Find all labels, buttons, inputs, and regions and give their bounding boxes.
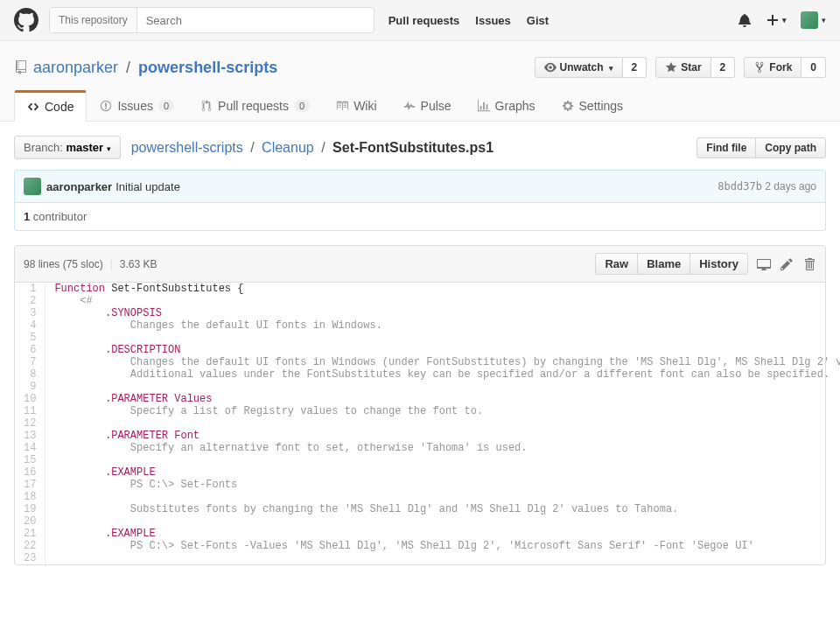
line-number[interactable]: 13 xyxy=(15,430,46,442)
line-number[interactable]: 9 xyxy=(15,381,46,393)
code-line: Substitutes fonts by changing the 'MS Sh… xyxy=(46,503,840,515)
repo-link[interactable]: powershell-scripts xyxy=(138,59,277,76)
user-menu[interactable]: ▾ xyxy=(801,11,826,29)
commit-author[interactable]: aaronparker xyxy=(46,180,112,193)
owner-link[interactable]: aaronparker xyxy=(33,59,118,76)
tab-issues[interactable]: Issues0 xyxy=(87,90,187,121)
code-line: Changes the default UI fonts in Windows. xyxy=(46,319,840,332)
line-number[interactable]: 21 xyxy=(15,528,46,540)
history-button[interactable]: History xyxy=(690,253,748,275)
create-new-menu[interactable]: ▾ xyxy=(766,13,787,27)
code-line: .PARAMETER Font xyxy=(46,430,840,442)
line-number[interactable]: 19 xyxy=(15,503,46,515)
star-icon xyxy=(665,61,677,74)
line-number[interactable]: 1 xyxy=(15,283,46,295)
commit-message[interactable]: Initial update xyxy=(116,180,180,193)
pulse-icon xyxy=(403,100,416,112)
trashcan-icon[interactable] xyxy=(802,257,816,271)
graph-icon xyxy=(478,100,490,112)
repo-icon xyxy=(14,60,28,74)
plus-icon xyxy=(766,13,780,27)
code-line: PS C:\> Set-Fonts xyxy=(46,479,840,491)
desktop-icon[interactable] xyxy=(757,257,771,271)
watchers-count[interactable]: 2 xyxy=(623,57,648,78)
tab-code[interactable]: Code xyxy=(14,90,87,122)
contributors-bar[interactable]: 1 contributor xyxy=(14,203,826,231)
line-number[interactable]: 2 xyxy=(15,295,46,307)
file-box: 98 lines (75 sloc) | 3.63 KB Raw Blame H… xyxy=(14,245,826,565)
raw-button[interactable]: Raw xyxy=(595,253,638,275)
line-number[interactable]: 4 xyxy=(15,319,46,332)
line-number[interactable]: 23 xyxy=(15,552,46,564)
find-file-button[interactable]: Find file xyxy=(696,137,756,158)
author-avatar[interactable] xyxy=(24,178,41,195)
branch-select[interactable]: Branch: master ▾ xyxy=(14,136,121,159)
eye-icon xyxy=(544,61,556,74)
watch-group: Unwatch 2 xyxy=(535,57,648,78)
code-line: Function Set-FontSubstitutes { xyxy=(46,283,840,295)
code-line: <# xyxy=(46,295,840,307)
bell-icon[interactable] xyxy=(738,13,752,27)
tab-wiki[interactable]: Wiki xyxy=(323,90,389,121)
line-number[interactable]: 11 xyxy=(15,405,46,417)
book-icon xyxy=(336,100,348,112)
fork-group: Fork 0 xyxy=(744,57,826,78)
copy-path-button[interactable]: Copy path xyxy=(755,137,826,158)
code-line: Specify a list of Registry values to cha… xyxy=(46,405,840,417)
nav-gist[interactable]: Gist xyxy=(527,14,549,27)
line-number[interactable]: 16 xyxy=(15,466,46,479)
line-number[interactable]: 10 xyxy=(15,393,46,405)
avatar xyxy=(801,11,818,29)
code-line: .SYNOPSIS xyxy=(46,307,840,319)
crumb-root[interactable]: powershell-scripts xyxy=(131,140,243,155)
line-number[interactable]: 7 xyxy=(15,356,46,368)
issue-icon xyxy=(100,100,112,112)
line-number[interactable]: 12 xyxy=(15,417,46,430)
search-scope[interactable]: This repository xyxy=(50,8,137,32)
line-number[interactable]: 22 xyxy=(15,540,46,552)
commit-tease: aaronparker Initial update 8bdd37b 2 day… xyxy=(14,170,826,203)
tab-graphs[interactable]: Graphs xyxy=(465,90,549,121)
search-input[interactable] xyxy=(137,8,374,32)
line-number[interactable]: 3 xyxy=(15,307,46,319)
line-number[interactable]: 5 xyxy=(15,332,46,344)
header-search: This repository xyxy=(49,7,374,33)
commit-age: 2 days ago xyxy=(765,180,816,192)
github-logo-icon[interactable] xyxy=(14,8,38,32)
nav-issues[interactable]: Issues xyxy=(475,14,510,27)
git-pull-request-icon xyxy=(200,100,213,112)
fork-button[interactable]: Fork xyxy=(744,57,802,78)
nav-pull-requests[interactable]: Pull requests xyxy=(388,14,460,27)
code-line: Changes the default UI fonts in Windows … xyxy=(46,356,840,368)
line-number[interactable]: 20 xyxy=(15,515,46,528)
unwatch-button[interactable]: Unwatch xyxy=(535,57,623,78)
star-button[interactable]: Star xyxy=(655,57,710,78)
crumb-file: Set-FontSubstitutes.ps1 xyxy=(332,140,494,155)
star-group: Star 2 xyxy=(655,57,735,78)
commit-sha[interactable]: 8bdd37b xyxy=(718,180,762,192)
code-icon xyxy=(27,101,39,113)
forks-count[interactable]: 0 xyxy=(802,57,826,78)
line-number[interactable]: 6 xyxy=(15,344,46,356)
line-number[interactable]: 15 xyxy=(15,454,46,466)
code-line xyxy=(46,381,840,393)
tab-settings[interactable]: Settings xyxy=(549,90,637,121)
line-number[interactable]: 18 xyxy=(15,491,46,503)
header-nav: Pull requests Issues Gist xyxy=(388,14,564,27)
code-line: .EXAMPLE xyxy=(46,466,840,479)
tab-pulse[interactable]: Pulse xyxy=(390,90,465,121)
file-nav: Branch: master ▾ powershell-scripts / Cl… xyxy=(14,136,826,159)
line-number[interactable]: 17 xyxy=(15,479,46,491)
repo-title: aaronparker / powershell-scripts xyxy=(33,59,277,77)
code-line: Additional values under the FontSubstitu… xyxy=(46,368,840,381)
line-number[interactable]: 14 xyxy=(15,442,46,454)
pencil-icon[interactable] xyxy=(780,257,794,271)
tab-pulls[interactable]: Pull requests0 xyxy=(187,90,323,121)
breadcrumb: powershell-scripts / Cleanup / Set-FontS… xyxy=(131,140,494,156)
line-number[interactable]: 8 xyxy=(15,368,46,381)
repo-head: aaronparker / powershell-scripts Unwatch… xyxy=(0,41,840,122)
main-container: Branch: master ▾ powershell-scripts / Cl… xyxy=(0,122,840,579)
crumb-dir[interactable]: Cleanup xyxy=(262,140,314,155)
stargazers-count[interactable]: 2 xyxy=(711,57,736,78)
blame-button[interactable]: Blame xyxy=(637,253,690,275)
